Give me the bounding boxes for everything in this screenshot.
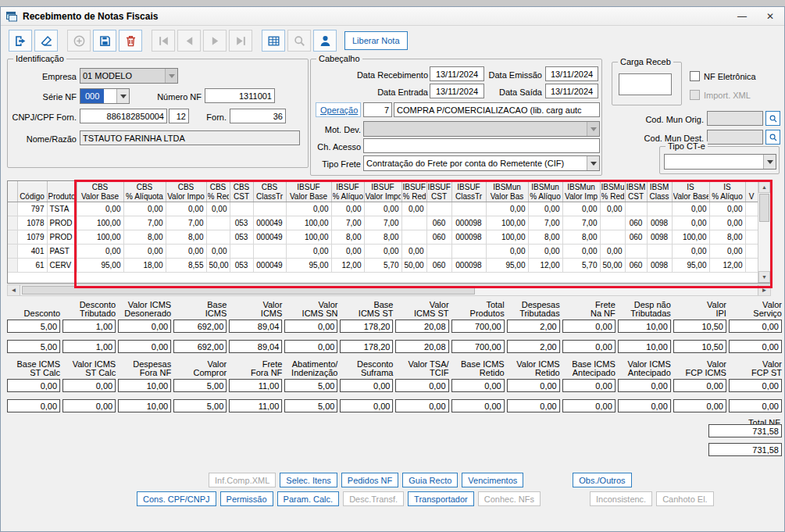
scroll-up-icon[interactable]: ▲: [758, 181, 770, 193]
summary-b-value-nf[interactable]: 0,00: [673, 379, 726, 392]
operacao-button[interactable]: Operação: [316, 102, 361, 117]
summary-b-header: Valor ICMS ST Calc: [62, 360, 116, 377]
summary-a-value-nf[interactable]: 2,00: [507, 320, 560, 333]
cabecalho-group: Cabeçalho Data Recebimento 13/11/2024 Da…: [310, 59, 602, 176]
summary-b-value-nf[interactable]: 0,00: [451, 379, 505, 392]
transportador-button[interactable]: Transportador: [408, 491, 474, 506]
data-recebimento-field[interactable]: 13/11/2024: [430, 66, 484, 81]
grid-cell: 000049: [253, 230, 286, 245]
summary-b-value-calc: 0,00: [451, 399, 505, 412]
cnpj-digito-field[interactable]: 12: [169, 109, 189, 123]
vertical-scroll-thumb[interactable]: [759, 194, 769, 222]
grid-cell: 060: [426, 216, 451, 230]
summary-a-value-nf[interactable]: 700,00: [451, 320, 505, 333]
summary-b-header: Desconto Suframa: [340, 360, 393, 377]
summary-a-value-nf[interactable]: 692,00: [173, 320, 227, 333]
tipo-cte-combobox[interactable]: [664, 154, 776, 170]
grid-cell: [230, 202, 253, 216]
grid-row[interactable]: 1079PROD100,008,008,00053000049100,008,0…: [8, 230, 758, 245]
grid-cell: 7,00: [123, 216, 166, 230]
cod-mun-dest-search-button[interactable]: [765, 130, 780, 145]
summary-a-value-calc: 178,20: [340, 340, 393, 353]
summary-a-value-nf[interactable]: 0,00: [562, 320, 616, 333]
grid-cell: 8,00: [364, 230, 401, 245]
grid-cell: [401, 230, 426, 245]
scroll-right-icon[interactable]: ►: [758, 285, 770, 295]
summary-a-value-nf[interactable]: 5,00: [7, 320, 60, 333]
grid-cell: [206, 230, 230, 245]
ch-acesso-field[interactable]: [363, 138, 600, 153]
param-calc-button[interactable]: Param. Calc.: [277, 491, 340, 506]
grid-cell: 0,00: [401, 245, 426, 259]
summary-a-value-nf[interactable]: 178,20: [340, 320, 393, 333]
summary-a-value-nf[interactable]: 0,00: [284, 320, 337, 333]
summary-a-value-nf[interactable]: 1,00: [62, 320, 116, 333]
summary-a-value-nf[interactable]: 89,04: [229, 320, 282, 333]
summary-a-value-nf[interactable]: 10,50: [673, 320, 726, 333]
summary-b-value-nf[interactable]: 11,00: [229, 379, 282, 392]
scroll-left-icon[interactable]: ◄: [8, 285, 20, 295]
pedidos-nf-button[interactable]: Pedidos NF: [341, 473, 398, 487]
grid-cell: [600, 216, 625, 230]
grid-cell: 0,00: [364, 202, 401, 216]
grid-cell: 5,70: [562, 259, 600, 273]
grid-column-header: CBS% Alíquota: [123, 182, 166, 202]
totais-secao-b: Base ICMS ST CalcValor ICMS ST CalcDespe…: [7, 360, 782, 412]
scroll-down-icon[interactable]: ▼: [758, 271, 770, 283]
grid-row[interactable]: 797TSTA0,000,000,000,000,000,000,000,000…: [8, 202, 758, 216]
summary-b-value-nf[interactable]: 0,00: [62, 379, 116, 392]
summary-a-value-calc: 10,00: [618, 340, 671, 353]
grid-row[interactable]: 1078PROD100,007,007,00053000049100,007,0…: [8, 216, 758, 230]
tipo-frete-combobox[interactable]: Contratação do Frete por conta do Remete…: [363, 155, 600, 171]
grid-cell: 0,00: [206, 202, 230, 216]
summary-a-value-nf[interactable]: 0,00: [729, 320, 782, 333]
grid-horizontal-scrollbar[interactable]: ◄ ►: [7, 284, 771, 296]
summary-b-value-nf[interactable]: 0,00: [618, 379, 671, 392]
summary-a-header: Frete Na NF: [562, 301, 616, 318]
numero-nf-field[interactable]: 1311001: [205, 88, 275, 103]
grid-row[interactable]: 61CERV95,0018,008,5550,0005300004995,001…: [8, 259, 758, 273]
data-saida-field[interactable]: 13/11/2024: [545, 84, 598, 98]
summary-b-value-nf[interactable]: 0,00: [507, 379, 560, 392]
grid-row[interactable]: 401PAST0,000,000,000,000,000,000,000,000…: [8, 245, 758, 259]
summary-b-value-nf[interactable]: 0,00: [395, 379, 448, 392]
grid-cell: 0098: [647, 259, 672, 273]
summary-b-value-nf[interactable]: 0,00: [562, 379, 616, 392]
fornecedor-field[interactable]: 36: [230, 109, 286, 123]
summary-b-value-nf[interactable]: 10,00: [118, 379, 171, 392]
cons-cpf-cnpj-button[interactable]: Cons. CPF/CNPJ: [137, 491, 216, 506]
vencimentos-button[interactable]: Vencimentos: [462, 473, 523, 487]
summary-a-value-calc: 20,08: [395, 340, 448, 353]
operacao-codigo-field[interactable]: 7: [363, 102, 392, 117]
summary-b-header: Frete Fora NF: [229, 360, 282, 377]
cnpj-cpf-field[interactable]: 886182850004: [80, 109, 167, 123]
summary-b-value-nf[interactable]: 5,00: [173, 379, 227, 392]
data-entrada-field[interactable]: 13/11/2024: [430, 84, 484, 98]
data-emissao-field[interactable]: 13/11/2024: [545, 66, 598, 81]
summary-b-value-nf[interactable]: 5,00: [284, 379, 337, 392]
summary-b-value-nf[interactable]: 0,00: [7, 379, 60, 392]
horizontal-scroll-thumb[interactable]: [22, 286, 475, 295]
summary-b-value-nf[interactable]: 0,00: [340, 379, 393, 392]
grid-cell: 0,00: [562, 245, 600, 259]
permiss-o-button[interactable]: Permissão: [220, 491, 273, 506]
carga-receb-field[interactable]: [619, 73, 672, 95]
summary-a-value-nf[interactable]: 10,00: [618, 320, 671, 333]
summary-a-value-calc: 0,00: [562, 340, 616, 353]
grid-vertical-scrollbar[interactable]: ▲ ▼: [758, 181, 770, 283]
nf-eletronica-label: NF Eletrônica: [704, 72, 756, 81]
grid-cell: [206, 216, 230, 230]
obs-outros-button[interactable]: Obs./Outros: [573, 473, 631, 487]
nf-eletronica-checkbox[interactable]: NF Eletrônica: [690, 71, 756, 81]
grid-cell: 797: [17, 202, 47, 216]
summary-a-value-nf[interactable]: 20,08: [395, 320, 448, 333]
grid-cell: 100,00: [286, 216, 331, 230]
summary-a-value-nf[interactable]: 0,00: [118, 320, 171, 333]
guia-recto-button[interactable]: Guia Recto: [402, 473, 458, 487]
summary-b-value-nf[interactable]: 0,00: [729, 379, 782, 392]
cod-mun-orig-search-button[interactable]: [765, 111, 780, 126]
selec-itens-button[interactable]: Selec. Itens: [280, 473, 337, 487]
summary-b-header: Valor ICMS Antecipado: [618, 360, 671, 377]
serie-nf-combobox[interactable]: 000: [80, 88, 130, 104]
grid-row-indicator: [8, 216, 17, 230]
